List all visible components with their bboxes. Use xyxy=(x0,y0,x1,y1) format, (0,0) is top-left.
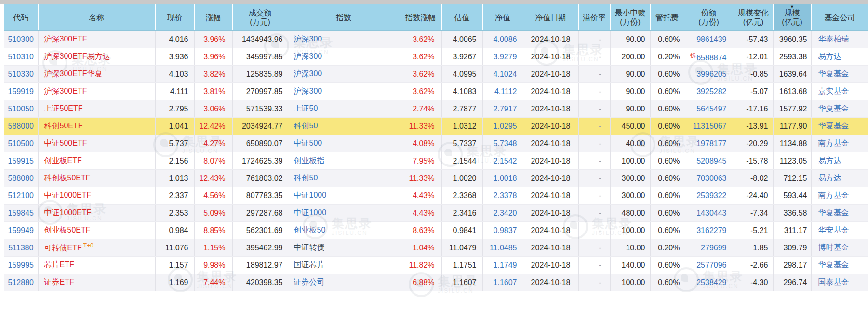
shares-link[interactable]: 1978177 xyxy=(696,139,726,148)
code-link[interactable]: 159995 xyxy=(8,261,34,269)
column-header-change[interactable]: 涨幅 xyxy=(194,4,232,31)
company-link[interactable]: 嘉实基金 xyxy=(818,87,849,95)
nav-link[interactable]: 3.9279 xyxy=(494,53,517,61)
company-link[interactable]: 华夏基金 xyxy=(818,260,849,269)
name-link[interactable]: 科创50ETF xyxy=(44,122,83,130)
code-link[interactable]: 159919 xyxy=(8,87,34,96)
column-header-index_change[interactable]: 指数涨幅 xyxy=(400,4,441,31)
shares-link[interactable]: 9861439 xyxy=(696,35,726,43)
index-link[interactable]: 沪深300 xyxy=(294,52,322,60)
company-link[interactable]: 易方达 xyxy=(818,52,841,60)
index-link[interactable]: 沪深300 xyxy=(294,69,322,78)
column-header-shares[interactable]: 份额 (万份) xyxy=(684,4,734,31)
index-link[interactable]: 中证1000 xyxy=(294,191,327,199)
shares-link[interactable]: 5208945 xyxy=(696,157,726,165)
code-link[interactable]: 159845 xyxy=(8,209,34,217)
nav-link[interactable]: 1.1749 xyxy=(494,261,517,269)
column-header-fee[interactable]: 管托费 xyxy=(650,4,684,31)
nav-link[interactable]: 2.1542 xyxy=(494,157,517,165)
name-link[interactable]: 沪深300ETF xyxy=(44,87,87,95)
column-header-index[interactable]: 指数 xyxy=(288,4,400,31)
index-link[interactable]: 科创50 xyxy=(294,122,318,130)
shares-link[interactable]: 279699 xyxy=(701,244,726,252)
shares-link[interactable]: 11315067 xyxy=(693,122,727,130)
shares-link[interactable]: 7030063 xyxy=(696,174,726,182)
column-header-company[interactable]: 基金公司 xyxy=(811,4,868,31)
index-link[interactable]: 中证1000 xyxy=(294,208,327,217)
index-link[interactable]: 沪深300 xyxy=(294,87,322,95)
column-header-scale_change[interactable]: 规模变化 (亿元) xyxy=(734,4,773,31)
nav-link[interactable]: 2.3378 xyxy=(494,192,517,200)
name-link[interactable]: 中证500ETF xyxy=(44,139,87,147)
column-header-turnover[interactable]: 成交额 (万元) xyxy=(232,4,288,31)
nav-link[interactable]: 4.0086 xyxy=(494,35,517,43)
column-header-code[interactable]: 代码 xyxy=(4,4,38,31)
name-link[interactable]: 沪深300ETF易方达 xyxy=(44,52,110,60)
nav-link[interactable]: 0.9837 xyxy=(494,226,517,234)
name-link[interactable]: 中证1000ETF xyxy=(44,191,92,199)
company-link[interactable]: 华夏基金 xyxy=(818,104,849,112)
nav-link[interactable]: 1.0018 xyxy=(494,174,517,182)
index-link[interactable]: 中证500 xyxy=(294,139,322,147)
company-link[interactable]: 华泰柏瑞 xyxy=(818,35,849,43)
shares-link[interactable]: 2539322 xyxy=(696,192,726,200)
code-link[interactable]: 510330 xyxy=(8,70,34,78)
company-link[interactable]: 华夏基金 xyxy=(818,208,849,217)
nav-link[interactable]: 4.1112 xyxy=(494,87,517,96)
shares-link[interactable]: 2577096 xyxy=(696,261,726,269)
column-header-nav_date[interactable]: 净值日期 xyxy=(523,4,578,31)
code-link[interactable]: 510300 xyxy=(8,35,34,43)
name-link[interactable]: 科创板50ETF xyxy=(44,174,91,182)
column-header-valuation[interactable]: 估值 xyxy=(441,4,482,31)
code-link[interactable]: 512100 xyxy=(8,192,34,200)
shares-link[interactable]: 6588874 xyxy=(696,54,726,62)
column-header-premium[interactable]: 溢价率 xyxy=(578,4,610,31)
nav-link[interactable]: 1.1607 xyxy=(494,278,517,287)
name-link[interactable]: 创业板50ETF xyxy=(44,226,91,234)
company-link[interactable]: 南方基金 xyxy=(818,139,849,147)
code-link[interactable]: 512880 xyxy=(8,278,34,287)
nav-link[interactable]: 5.7348 xyxy=(494,139,517,148)
nav-link[interactable]: 1.0295 xyxy=(494,122,517,130)
name-link[interactable]: 沪深300ETF xyxy=(44,35,87,43)
index-link[interactable]: 上证50 xyxy=(294,104,318,112)
code-link[interactable]: 159949 xyxy=(8,226,34,234)
company-link[interactable]: 华夏基金 xyxy=(818,122,849,130)
code-link[interactable]: 588080 xyxy=(8,174,34,182)
company-link[interactable]: 博时基金 xyxy=(818,243,849,251)
shares-link[interactable]: 3925282 xyxy=(696,87,726,96)
name-link[interactable]: 证券ETF xyxy=(44,278,74,286)
index-link[interactable]: 沪深300 xyxy=(294,35,322,43)
shares-link[interactable]: 3996205 xyxy=(696,70,726,78)
code-link[interactable]: 159915 xyxy=(8,157,34,165)
name-link[interactable]: 可转债ETF xyxy=(44,244,82,252)
code-link[interactable]: 510050 xyxy=(8,105,34,113)
code-link[interactable]: 588000 xyxy=(8,122,34,130)
company-link[interactable]: 易方达 xyxy=(818,156,841,164)
nav-link[interactable]: 11.0485 xyxy=(490,244,517,252)
column-header-name[interactable]: 名称 xyxy=(38,4,155,31)
column-header-min_redeem[interactable]: 最小申赎 (万份) xyxy=(610,4,650,31)
nav-link[interactable]: 2.7917 xyxy=(494,105,517,113)
code-link[interactable]: 510310 xyxy=(8,53,34,61)
name-link[interactable]: 芯片ETF xyxy=(44,260,74,269)
company-link[interactable]: 国泰基金 xyxy=(818,278,849,286)
index-link[interactable]: 创业板指 xyxy=(294,156,325,164)
index-link[interactable]: 科创50 xyxy=(294,174,318,182)
column-header-scale[interactable]: 规模 (亿元) ▼ xyxy=(773,4,811,31)
name-link[interactable]: 沪深300ETF华夏 xyxy=(44,69,103,78)
name-link[interactable]: 创业板ETF xyxy=(44,156,82,164)
index-link[interactable]: 创业板50 xyxy=(294,226,326,234)
code-link[interactable]: 510500 xyxy=(8,139,34,148)
shares-link[interactable]: 3162279 xyxy=(696,226,726,234)
company-link[interactable]: 华安基金 xyxy=(818,226,849,234)
column-header-price[interactable]: 现价 xyxy=(155,4,194,31)
nav-link[interactable]: 2.3420 xyxy=(494,209,517,217)
column-header-nav[interactable]: 净值 xyxy=(482,4,523,31)
name-link[interactable]: 中证1000ETF xyxy=(44,208,92,217)
code-link[interactable]: 511380 xyxy=(8,244,33,252)
index-link[interactable]: 证券公司 xyxy=(294,278,325,286)
shares-link[interactable]: 2538429 xyxy=(696,278,726,287)
nav-link[interactable]: 4.1024 xyxy=(494,70,517,78)
company-link[interactable]: 易方达 xyxy=(818,174,841,182)
